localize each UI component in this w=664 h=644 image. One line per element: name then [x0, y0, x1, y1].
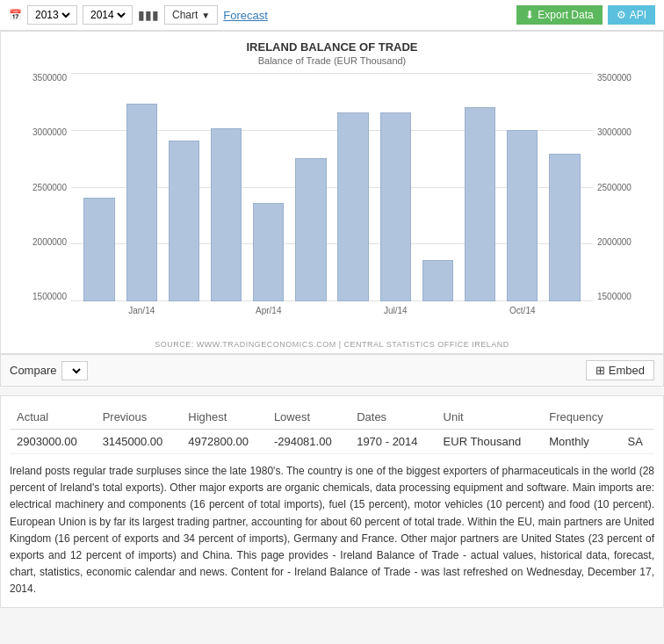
- x-labels: Jan/14Apr/14Jul/14Oct/14: [71, 301, 593, 319]
- col-frequency: Frequency: [542, 405, 620, 430]
- api-label: API: [630, 9, 646, 21]
- cell-sa: SA: [621, 430, 655, 454]
- bars-area: Jan/14Apr/14Jul/14Oct/14: [71, 73, 593, 319]
- bar: [211, 128, 242, 301]
- export-label: Export Data: [538, 9, 593, 21]
- api-button[interactable]: ⚙ API: [608, 5, 655, 25]
- bars-wrapper: [71, 73, 593, 301]
- y-axis-right-label: 2500000: [597, 183, 632, 192]
- bar-group: [292, 73, 330, 301]
- bar-group: [334, 73, 372, 301]
- col-dates: Dates: [350, 405, 436, 430]
- calendar-icon: 📅: [9, 9, 22, 21]
- x-label: Apr/14: [249, 301, 288, 319]
- download-icon: ⬇: [525, 9, 534, 21]
- bar: [507, 130, 538, 301]
- compare-select[interactable]: [66, 364, 83, 378]
- export-data-button[interactable]: ⬇ Export Data: [516, 5, 602, 25]
- bar-group: [80, 73, 119, 301]
- y-axis-right-label: 3500000: [597, 73, 632, 83]
- y-axis-label: 1500000: [32, 292, 67, 301]
- bar-group: [503, 73, 542, 301]
- col-lowest: Lowest: [267, 405, 350, 430]
- chart-subtitle: Balance of Trade (EUR Thousand): [10, 55, 654, 66]
- cell-dates: 1970 - 2014: [350, 430, 436, 454]
- toolbar: 📅 2013 2014 ▮▮▮ Chart ▼ Forecast ⬇ Expor…: [0, 0, 664, 31]
- cell-frequency: Monthly: [542, 430, 620, 454]
- table-header-row: Actual Previous Highest Lowest Dates Uni…: [10, 405, 654, 430]
- y-axis-label: 2500000: [32, 183, 67, 192]
- bar-group: [461, 73, 500, 301]
- chart-title: IRELAND BALANCE OF TRADE: [10, 40, 654, 54]
- bar-group: [249, 73, 288, 301]
- x-label: Jul/14: [376, 301, 415, 319]
- embed-label: Embed: [609, 364, 645, 377]
- bar: [549, 154, 580, 301]
- x-label: Jan/14: [122, 301, 161, 319]
- bar: [169, 141, 199, 301]
- bar: [422, 260, 453, 301]
- y-axis-label: 2000000: [32, 237, 67, 247]
- col-highest: Highest: [181, 405, 267, 430]
- cell-lowest: -294081.00: [267, 430, 350, 454]
- bar: [253, 203, 284, 301]
- col-actual: Actual: [10, 405, 96, 430]
- year1-select-wrap[interactable]: 2013: [27, 5, 77, 25]
- bar: [83, 198, 114, 301]
- chart-area: 35000003000000250000020000001500000 Jan/…: [10, 73, 654, 336]
- bar: [465, 107, 495, 301]
- toolbar-left: 📅 2013 2014 ▮▮▮ Chart ▼ Forecast: [9, 5, 511, 25]
- compare-label: Compare: [10, 364, 56, 377]
- chart-source: SOURCE: WWW.TRADINGECONOMICS.COM | CENTR…: [10, 340, 654, 349]
- y-axis-label: 3500000: [32, 73, 67, 83]
- chart-button-label: Chart: [172, 9, 198, 21]
- y-axis-right-label: 3000000: [597, 127, 632, 137]
- x-label: [164, 301, 203, 319]
- col-unit: Unit: [437, 405, 543, 430]
- bar: [337, 112, 368, 301]
- bar: [126, 104, 157, 301]
- cell-highest: 4972800.00: [181, 430, 267, 454]
- x-label: [292, 301, 330, 319]
- data-table-section: Actual Previous Highest Lowest Dates Uni…: [0, 395, 664, 608]
- embed-button[interactable]: ⊞ Embed: [586, 360, 654, 380]
- year2-select[interactable]: 2014: [87, 8, 128, 22]
- table-row: 2903000.00 3145000.00 4972800.00 -294081…: [10, 430, 654, 454]
- embed-icon: ⊞: [595, 364, 605, 377]
- toolbar-right: ⬇ Export Data ⚙ API: [516, 5, 655, 25]
- x-label: [418, 301, 457, 319]
- y-axis-right: 35000003000000250000020000001500000: [593, 73, 654, 319]
- year1-select[interactable]: 2013: [32, 8, 73, 22]
- chart-container: IRELAND BALANCE OF TRADE Balance of Trad…: [0, 31, 664, 354]
- forecast-link[interactable]: Forecast: [223, 9, 268, 22]
- bar: [295, 158, 326, 301]
- x-label: [80, 301, 119, 319]
- x-label: Oct/14: [503, 301, 542, 319]
- x-label: [461, 301, 500, 319]
- bar-group: [418, 73, 457, 301]
- api-icon: ⚙: [617, 9, 626, 21]
- col-sa: [621, 405, 655, 430]
- x-label: [334, 301, 372, 319]
- bar-group: [376, 73, 415, 301]
- compare-select-wrap[interactable]: [61, 361, 88, 380]
- x-label: [207, 301, 246, 319]
- description-text: Ireland posts regular trade surpluses si…: [10, 463, 654, 598]
- bar: [380, 112, 411, 301]
- cell-previous: 3145000.00: [96, 430, 182, 454]
- y-axis-right-label: 2000000: [597, 237, 632, 247]
- y-axis-left: 35000003000000250000020000001500000: [10, 73, 71, 319]
- col-previous: Previous: [96, 405, 182, 430]
- chart-dropdown-icon[interactable]: ▼: [201, 11, 210, 20]
- data-table: Actual Previous Highest Lowest Dates Uni…: [10, 405, 654, 454]
- year2-select-wrap[interactable]: 2014: [83, 5, 133, 25]
- bar-group: [207, 73, 246, 301]
- chart-button[interactable]: Chart ▼: [164, 5, 218, 25]
- bar-group: [164, 73, 203, 301]
- bar-group: [545, 73, 584, 301]
- compare-left: Compare: [10, 361, 88, 380]
- compare-bar: Compare ⊞ Embed: [0, 354, 664, 387]
- y-axis-right-label: 1500000: [597, 292, 632, 301]
- x-label: [545, 301, 584, 319]
- cell-actual: 2903000.00: [10, 430, 96, 454]
